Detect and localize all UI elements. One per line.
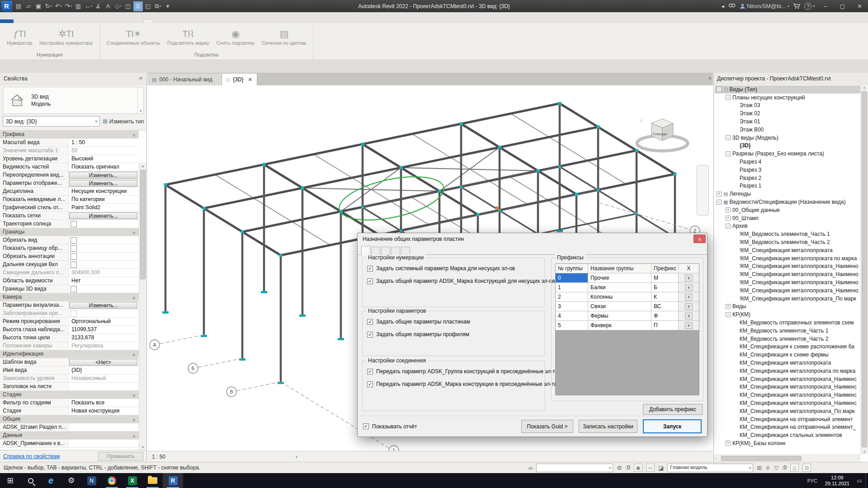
numerator-settings-button[interactable]: ✲ТІ Настройка нумератора xyxy=(36,24,96,47)
tree-item[interactable]: !КМ_Ведомость элементов_Часть 2 xyxy=(715,238,860,246)
expander-icon[interactable]: − xyxy=(726,95,731,100)
tree-item[interactable]: !КМ_Спецификация металлопроката_Наимено xyxy=(715,278,860,286)
app-icon-n[interactable]: N xyxy=(81,473,102,488)
checkbox-checked-icon[interactable]: ✓ xyxy=(367,278,373,284)
delete-prefix-button[interactable]: x xyxy=(685,275,693,282)
add-prefix-button[interactable]: Добавить префикс xyxy=(643,404,703,415)
highlight-mark-button[interactable]: ТІ⌇ Подсветить марку xyxy=(164,24,212,47)
prefix-row[interactable]: 1 Балки Б x xyxy=(556,283,699,292)
edit-type-button[interactable]: ⊞Изменить тип xyxy=(103,118,144,125)
property-value[interactable]: Регулировка xyxy=(69,342,139,350)
sun-path-icon[interactable] xyxy=(189,452,197,461)
browser-vscrollbar[interactable]: ∧ ∨ xyxy=(860,84,868,455)
checkbox-checked-icon[interactable]: ✓ xyxy=(367,319,373,325)
constraints-icon[interactable] xyxy=(274,452,283,461)
property-value[interactable] xyxy=(69,285,139,293)
view-cube[interactable]: Спереди ⌂ xyxy=(633,112,692,157)
tree-item[interactable]: !КМ_Спецификация металлопроката xyxy=(715,246,860,254)
back-arrow-icon[interactable]: ‹ xyxy=(296,454,297,460)
close-button[interactable]: ✕ xyxy=(853,1,866,11)
property-value[interactable] xyxy=(69,261,139,268)
customize-qat-icon[interactable]: ▾ xyxy=(163,1,173,11)
expander-icon[interactable]: − xyxy=(726,151,731,156)
prefix-row[interactable]: 4 Фермы Ф x xyxy=(556,311,699,321)
tree-item[interactable]: КМ_Ведомость элементов_Часть 2 xyxy=(715,335,860,343)
property-value[interactable] xyxy=(69,440,139,447)
language-indicator[interactable]: РУС xyxy=(804,478,821,483)
tree-item[interactable]: КМ_Спецификация металлопроката_Наименс xyxy=(715,391,860,399)
tab-modify[interactable] xyxy=(154,19,164,23)
requests-toggle[interactable]: ▭ xyxy=(646,464,655,472)
delete-prefix-button[interactable]: x xyxy=(685,322,693,329)
property-value[interactable]: Показать все xyxy=(69,399,139,407)
show-desktop-button[interactable] xyxy=(865,473,868,488)
settings-icon[interactable]: ⚙ xyxy=(61,473,81,488)
tree-item[interactable]: Этаж 03 xyxy=(715,102,860,110)
edge-icon[interactable]: e xyxy=(41,473,61,488)
checkbox-row[interactable]: ✓Задать системный параметр Марка для нес… xyxy=(367,265,515,272)
chrome-icon[interactable] xyxy=(102,473,122,488)
tree-item[interactable]: + ▤ Легенды xyxy=(715,190,860,198)
checkbox-row[interactable]: ✓Передать параметр ADSK_Группа конструкц… xyxy=(367,368,559,375)
viewtab-collapse-button[interactable]: ∧ xyxy=(708,75,712,80)
tree-item[interactable]: Разрез 2 xyxy=(715,174,860,182)
tree-item[interactable]: Разрез 1 xyxy=(715,182,860,190)
crop-view-icon[interactable] xyxy=(206,452,214,461)
detail-level-icon[interactable] xyxy=(171,452,180,461)
tab-manage[interactable] xyxy=(123,19,133,23)
select-toggle[interactable]: ◻ xyxy=(790,464,799,472)
text-icon[interactable]: А xyxy=(104,1,113,11)
delete-prefix-button[interactable]: x xyxy=(685,313,693,319)
open-icon[interactable]: ▱ xyxy=(24,1,33,11)
close-hidden-windows-icon[interactable]: ◱ xyxy=(143,1,153,11)
expander-icon[interactable]: − xyxy=(717,87,722,92)
tree-item[interactable]: !КМ_Спецификация металлопроката по марка xyxy=(715,254,860,263)
tab-insert[interactable] xyxy=(63,19,73,23)
property-value[interactable]: Ортогональный xyxy=(69,318,139,325)
explorer-icon[interactable] xyxy=(142,473,163,488)
search-button[interactable] xyxy=(20,473,41,488)
prefix-row[interactable]: 2 Колонны К x xyxy=(556,292,699,302)
worksharing-display-icon[interactable] xyxy=(283,452,292,461)
tab-architecture[interactable] xyxy=(14,19,24,23)
tree-item[interactable]: КМ_Спецификация к схеме фермы xyxy=(715,351,860,359)
home-icon[interactable]: ⌂ xyxy=(640,117,642,122)
revit-icon[interactable]: R xyxy=(163,473,183,488)
property-value[interactable]: Новая конструкция xyxy=(69,407,139,415)
checkbox-row[interactable]: ✓Задать общие параметры профилям xyxy=(367,331,469,338)
snap-toggle[interactable]: ⊡ xyxy=(802,464,811,472)
tab-file[interactable] xyxy=(0,19,14,23)
aligned-dimension-icon[interactable]: ∡ xyxy=(94,1,103,11)
section-icon[interactable]: ◫ xyxy=(123,1,133,11)
property-value[interactable] xyxy=(69,253,139,260)
dialog-tab-additional[interactable] xyxy=(401,247,410,255)
maximize-button[interactable]: ▢ xyxy=(836,1,849,11)
tree-item[interactable]: КМ_Спецификация металлопроката_Наименс xyxy=(715,383,860,391)
binoculars-icon[interactable]: ∞ xyxy=(528,465,533,471)
expander-icon[interactable]: − xyxy=(726,135,731,140)
close-view-tab-icon[interactable]: ✕ xyxy=(248,77,252,83)
reveal-hidden-icon[interactable] xyxy=(231,452,240,461)
view-type-combobox[interactable]: 3D вид: {3D}∨ xyxy=(3,116,100,127)
tree-item[interactable]: !КМ_Ведомость элементов_Часть 1 xyxy=(715,230,860,238)
checkbox-checked-icon[interactable]: ✓ xyxy=(367,369,373,375)
property-value[interactable] xyxy=(69,236,139,244)
expander-icon[interactable]: + xyxy=(726,441,731,446)
tab-structure[interactable] xyxy=(24,19,33,23)
analytical-model-icon[interactable] xyxy=(249,452,257,461)
shadows-icon[interactable] xyxy=(197,452,206,461)
tree-item[interactable]: + КР(КМ)_Базы колонн xyxy=(715,439,860,447)
tree-item[interactable]: КМ_Спецификация металлопроката_По марк xyxy=(715,407,860,415)
type-selector[interactable]: 3D видМодель ▼ xyxy=(3,87,144,114)
property-value[interactable]: 50 xyxy=(69,147,139,155)
tree-item[interactable]: Разрез 3 xyxy=(715,166,860,174)
numerator-button[interactable]: ƒТІ Нумератор xyxy=(4,24,35,47)
tab-titan[interactable] xyxy=(143,19,154,23)
expander-icon[interactable]: − xyxy=(726,224,731,229)
sync-icon[interactable]: ↻▾ xyxy=(44,1,53,11)
view-tab-start[interactable]: ▤ 000 - Начальный вид xyxy=(147,74,222,85)
start-button[interactable]: ⊞ xyxy=(0,473,20,488)
tree-item[interactable]: !КМ_Спецификация металлопроката_Наимено xyxy=(715,270,860,278)
tab-massing[interactable] xyxy=(93,19,103,23)
property-value[interactable]: Paint Solid2 xyxy=(69,204,139,211)
